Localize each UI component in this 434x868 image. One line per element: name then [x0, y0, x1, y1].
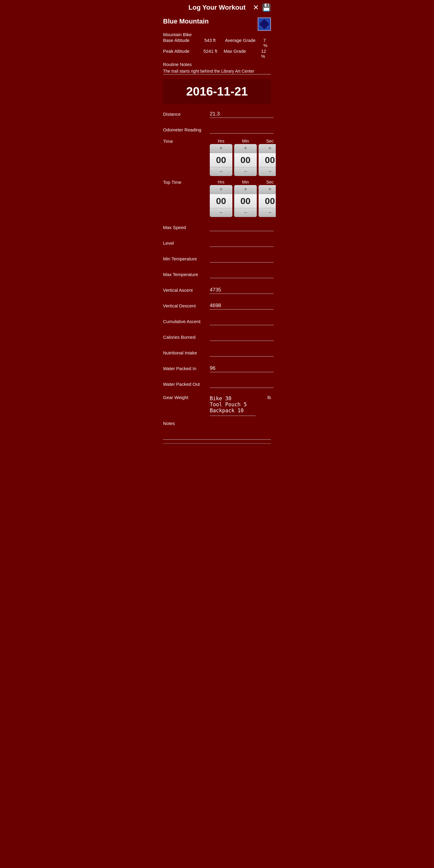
odometer-input[interactable] [210, 126, 274, 133]
distance-label: Distance [163, 112, 210, 117]
cumulative-ascent-input[interactable] [210, 318, 274, 325]
time-sec-minus[interactable]: − [258, 167, 276, 176]
min-temp-input[interactable] [210, 255, 274, 262]
top-time-label: Top Time [163, 180, 210, 185]
notes-input[interactable] [163, 426, 271, 440]
vertical-ascent-input[interactable] [210, 286, 274, 294]
time-sec-value: 00 [258, 153, 276, 167]
top-time-controls: Hrs Min Sec + 00 − + 00 − + 00 − [210, 180, 276, 217]
top-time-hrs-value: 00 [210, 194, 232, 208]
date-box[interactable]: 2016-11-21 [163, 79, 271, 104]
route-stats-grid: Mountain Bike Base Altitude 543 ft Avera… [158, 32, 276, 60]
time-hrs-minus[interactable]: − [210, 167, 232, 176]
min-temp-label: Min Temperature [163, 256, 210, 261]
header: Log Your Workout ✕ 💾 [158, 0, 276, 15]
water-out-label: Water Packed Out [163, 381, 210, 387]
top-time-min-value: 00 [234, 194, 257, 208]
base-alt-value: 543 ft [204, 38, 225, 48]
min-temp-row: Min Temperature Degrees [158, 251, 276, 267]
time-sec-plus[interactable]: + [258, 144, 276, 153]
max-grade-label: Max Grade [224, 49, 261, 59]
hrs-header: Hrs [210, 138, 232, 144]
time-spinners: + 00 − + 00 − + 00 − [210, 144, 276, 176]
close-icon[interactable]: ✕ [253, 3, 259, 12]
cumulative-ascent-label: Cumulative Ascent [163, 319, 210, 324]
header-actions: ✕ 💾 [253, 3, 271, 12]
top-time-sec-plus[interactable]: + [258, 185, 276, 194]
route-name: Blue Mountain [163, 18, 209, 25]
max-temp-label: Max Temperature [163, 272, 210, 277]
top-sec-header: Sec [258, 180, 276, 184]
top-time-min-minus[interactable]: − [234, 208, 257, 217]
water-in-input[interactable] [210, 365, 274, 372]
max-speed-row: Max Speed mph [158, 219, 276, 235]
vertical-ascent-label: Vertical Ascent [163, 287, 210, 293]
level-label: Level [163, 241, 210, 246]
time-label: Time [163, 138, 210, 144]
route-diamond [259, 19, 270, 29]
time-sec-spinner: + 00 − [258, 144, 276, 176]
top-time-hrs-minus[interactable]: − [210, 208, 232, 217]
max-temp-row: Max Temperature Degrees [158, 267, 276, 282]
route-icon [258, 18, 271, 31]
max-speed-label: Max Speed [163, 225, 210, 230]
notes-label: Notes [163, 421, 175, 426]
routine-notes-label: Routine Notes [158, 60, 276, 67]
sec-header: Sec [258, 138, 276, 144]
peak-alt-label: Peak Altitude [163, 49, 204, 59]
water-in-label: Water Packed In [163, 366, 210, 371]
vertical-descent-row: Vertical Descent Feet [158, 298, 276, 313]
top-time-headers: Hrs Min Sec [210, 180, 276, 184]
route-section: Blue Mountain [158, 15, 276, 32]
routine-notes-input[interactable] [163, 68, 271, 74]
max-grade-value: 12 % [261, 49, 271, 59]
odometer-label: Odometer Reading [163, 127, 210, 132]
time-row: Time Hrs Min Sec + 00 − + 00 − + 00 − [158, 137, 276, 179]
top-time-sec-spinner: + 00 − [258, 185, 276, 217]
top-min-header: Min [234, 180, 257, 184]
time-min-spinner: + 00 − [234, 144, 257, 176]
gear-weight-label: Gear Weight [163, 395, 210, 400]
save-icon[interactable]: 💾 [262, 3, 271, 12]
gear-weight-unit: lb [257, 395, 271, 400]
level-input[interactable] [210, 239, 274, 247]
time-min-plus[interactable]: + [234, 144, 257, 153]
top-time-row: Top Time Hrs Min Sec + 00 − + 00 − + 00 … [158, 179, 276, 219]
max-speed-input[interactable] [210, 224, 274, 231]
peak-alt-value: 5241 ft [204, 49, 224, 59]
top-time-min-spinner: + 00 − [234, 185, 257, 217]
level-row: Level [158, 235, 276, 251]
top-time-hrs-plus[interactable]: + [210, 185, 232, 194]
calories-label: Calories Burned [163, 335, 210, 340]
top-time-min-plus[interactable]: + [234, 185, 257, 194]
max-temp-input[interactable] [210, 271, 274, 278]
water-out-input[interactable] [210, 380, 274, 388]
distance-input[interactable] [210, 110, 274, 118]
top-time-hrs-spinner: + 00 − [210, 185, 232, 217]
time-hrs-value: 00 [210, 153, 232, 167]
nutritional-row: Nutritional Intake [158, 345, 276, 361]
min-header: Min [234, 138, 257, 144]
vertical-ascent-row: Vertical Ascent Feet [158, 282, 276, 298]
vertical-descent-label: Vertical Descent [163, 303, 210, 308]
time-headers: Hrs Min Sec [210, 138, 276, 144]
top-time-sec-value: 00 [258, 194, 276, 208]
top-time-sec-minus[interactable]: − [258, 208, 276, 217]
top-time-spinners: + 00 − + 00 − + 00 − [210, 185, 276, 217]
calories-input[interactable] [210, 333, 274, 341]
time-min-minus[interactable]: − [234, 167, 257, 176]
time-controls: Hrs Min Sec + 00 − + 00 − + 00 − [210, 138, 276, 176]
time-min-value: 00 [234, 153, 257, 167]
distance-row: Distance Miles [158, 106, 276, 122]
gear-weight-input[interactable]: Bike 30 Tool Pouch 5 Backpack 10 [210, 395, 255, 416]
gear-weight-row: Gear Weight Bike 30 Tool Pouch 5 Backpac… [158, 392, 276, 418]
water-out-row: Water Packed Out oz [158, 376, 276, 392]
time-hrs-plus[interactable]: + [210, 144, 232, 153]
vertical-descent-input[interactable] [210, 302, 274, 310]
route-stat-row2: Peak Altitude 5241 ft Max Grade 12 % [163, 49, 271, 59]
route-stat-row1: Base Altitude 543 ft Average Grade 7 % [163, 38, 271, 48]
nutritional-input[interactable] [210, 349, 274, 356]
base-alt-label: Base Altitude [163, 38, 204, 48]
calories-row: Calories Burned [158, 329, 276, 345]
avg-grade-value: 7 % [264, 38, 271, 48]
